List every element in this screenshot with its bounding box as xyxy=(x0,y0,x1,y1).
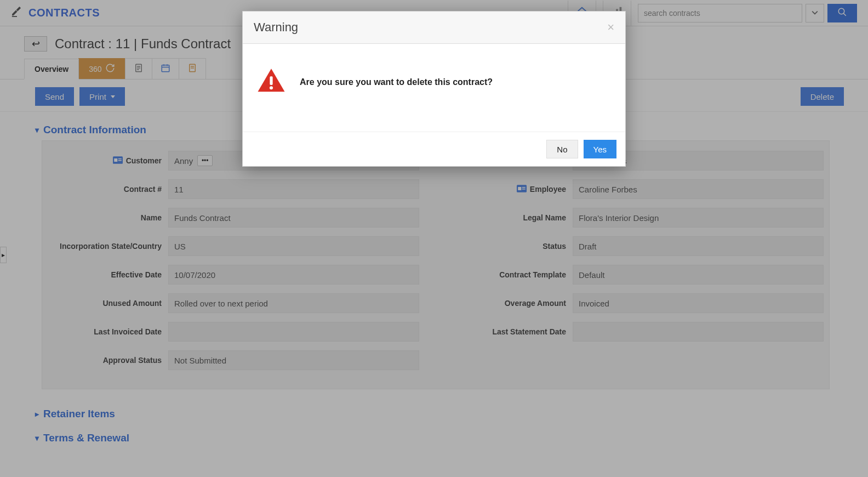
svg-point-29 xyxy=(270,86,273,89)
modal-title: Warning xyxy=(254,20,298,35)
svg-rect-28 xyxy=(270,76,272,85)
close-icon: × xyxy=(607,20,614,34)
modal-footer: No Yes xyxy=(243,132,625,166)
modal-no-button[interactable]: No xyxy=(546,140,578,158)
modal-yes-button[interactable]: Yes xyxy=(584,140,616,158)
button-label: No xyxy=(557,145,567,154)
warning-icon xyxy=(256,66,287,99)
warning-modal: Warning × Are you sure you want to delet… xyxy=(242,11,626,167)
modal-body: Are you sure you want to delete this con… xyxy=(243,44,625,132)
button-label: Yes xyxy=(593,145,607,154)
modal-header: Warning × xyxy=(243,12,625,44)
modal-close-button[interactable]: × xyxy=(607,20,614,35)
modal-message: Are you sure you want to delete this con… xyxy=(300,77,493,87)
modal-overlay: Warning × Are you sure you want to delet… xyxy=(0,0,868,477)
